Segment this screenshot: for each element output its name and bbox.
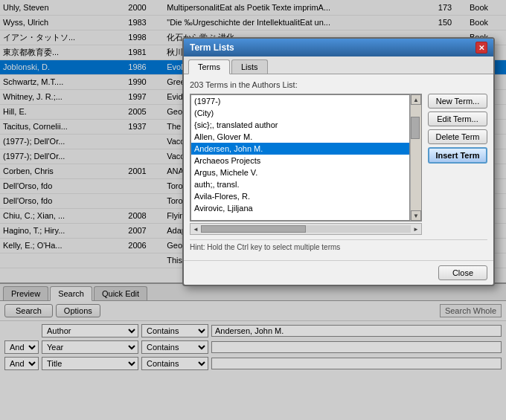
edit-term-button[interactable]: Edit Term... <box>428 112 487 126</box>
term-list-item[interactable]: auth;, transl. <box>191 178 409 190</box>
delete-term-button[interactable]: Delete Term <box>428 129 487 144</box>
dialog-tab-lists[interactable]: Lists <box>231 59 268 74</box>
terms-listbox[interactable]: (1977-)(City){sic};, translated authorAl… <box>190 94 410 221</box>
h-scroll-thumb[interactable] <box>201 225 306 233</box>
term-list-item[interactable]: Argus, Michele V. <box>191 167 409 178</box>
dialog-info-text: 203 Terms in the Authors List: <box>190 80 487 89</box>
close-button[interactable]: Close <box>438 265 487 280</box>
dialog-tab-terms[interactable]: Terms <box>188 59 230 74</box>
dialog-list-area: (1977-)(City){sic};, translated authorAl… <box>190 94 487 235</box>
new-term-button[interactable]: New Term... <box>428 94 487 109</box>
scroll-down-arrow[interactable]: ▼ <box>411 210 421 221</box>
vertical-scrollbar[interactable]: ▲ ▼ <box>410 94 421 221</box>
dialog-tabs: Terms Lists <box>184 56 493 74</box>
scroll-thumb[interactable] <box>411 117 420 139</box>
term-list-item[interactable]: {sic};, translated author <box>191 119 409 131</box>
term-lists-dialog: Term Lists ✕ Terms Lists 203 Terms in th… <box>182 37 495 286</box>
dialog-titlebar: Term Lists ✕ <box>184 39 493 56</box>
scroll-up-arrow[interactable]: ▲ <box>411 94 421 105</box>
dialog-footer: Close <box>184 260 493 285</box>
term-list-item[interactable]: Avila-Flores, R. <box>191 190 409 202</box>
dialog-close-button[interactable]: ✕ <box>475 42 487 54</box>
h-scroll-track <box>201 225 411 233</box>
term-list-item[interactable]: Allen, Glover M. <box>191 131 409 143</box>
term-list-item[interactable]: Andersen, John M. <box>191 143 409 155</box>
terms-listbox-wrap: (1977-)(City){sic};, translated authorAl… <box>190 94 422 235</box>
dialog-body: 203 Terms in the Authors List: (1977-)(C… <box>184 74 493 260</box>
term-list-item[interactable]: Archaeos Projects <box>191 155 409 167</box>
scroll-right-arrow[interactable]: ► <box>411 226 421 233</box>
term-list-item[interactable]: (City) <box>191 107 409 119</box>
insert-term-button[interactable]: Insert Term <box>428 147 487 164</box>
scroll-track <box>411 105 421 210</box>
term-list-item[interactable]: Avirovic, Ljiljana <box>191 202 409 214</box>
horizontal-scrollbar[interactable]: ◄ ► <box>190 223 422 235</box>
term-list-item[interactable]: (1977-) <box>191 95 409 107</box>
scroll-left-arrow[interactable]: ◄ <box>190 226 201 233</box>
dialog-action-buttons: New Term... Edit Term... Delete Term Ins… <box>428 94 487 235</box>
dialog-title: Term Lists <box>190 42 234 53</box>
hint-text: Hint: Hold the Ctrl key to select multip… <box>190 239 487 254</box>
